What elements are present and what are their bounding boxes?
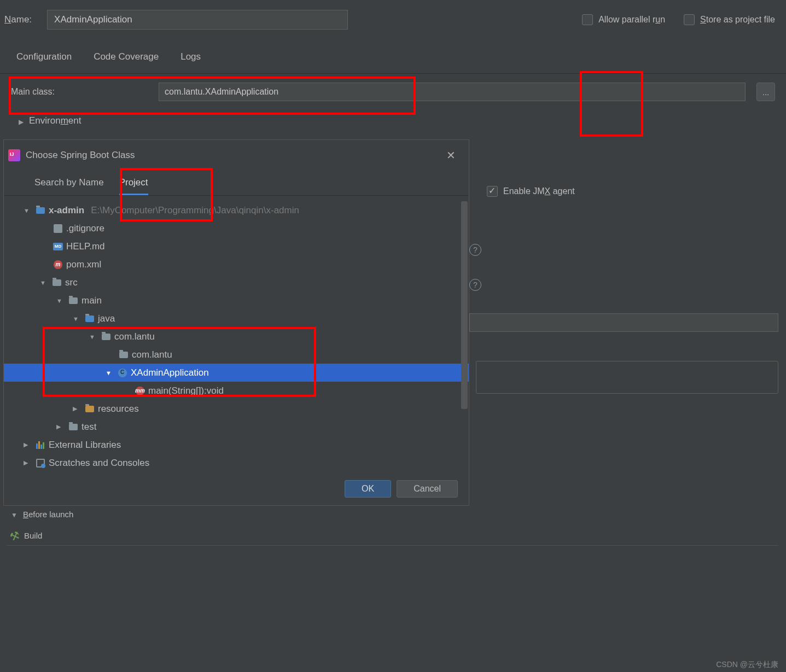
tree-item-package[interactable]: com.lantu [4, 346, 469, 364]
tree-item-resources[interactable]: ▶ resources [4, 400, 469, 418]
allow-parallel-label: Allow parallel run [598, 15, 665, 25]
before-launch-expander[interactable]: Before launch [11, 510, 73, 519]
tree-item-src[interactable]: ▼ src [4, 273, 469, 291]
tab-logs[interactable]: Logs [181, 51, 201, 67]
hammer-icon: ⚒ [8, 528, 21, 544]
checkbox-icon [487, 186, 498, 197]
store-as-project-file-checkbox[interactable]: Store as project file [684, 14, 775, 25]
tree-item-pom[interactable]: m pom.xml [4, 255, 469, 273]
before-launch-label: Before launch [23, 510, 74, 519]
enable-jmx-agent-checkbox[interactable]: Enable JMX agent [487, 186, 575, 197]
tab-configuration[interactable]: Configuration [16, 51, 72, 67]
enable-jmx-label: Enable JMX agent [503, 186, 575, 196]
tree-item-test[interactable]: ▶ test [4, 418, 469, 436]
tree-item-help-md[interactable]: MD HELP.md [4, 237, 469, 255]
cancel-button[interactable]: Cancel [397, 480, 458, 498]
build-label: Build [24, 531, 42, 540]
close-icon[interactable]: ✕ [444, 149, 458, 162]
main-class-label: Main class: [11, 87, 148, 97]
partial-box [476, 361, 778, 394]
watermark: CSDN @云兮杜康 [716, 660, 778, 670]
choose-spring-boot-class-dialog: Choose Spring Boot Class ✕ Search by Nam… [3, 139, 469, 506]
tree-item-java[interactable]: ▼ java [4, 309, 469, 328]
checkbox-icon [582, 14, 593, 25]
tree-root[interactable]: ▼ x-admin E:\MyComputer\Programming\Java… [4, 201, 469, 219]
tab-code-coverage[interactable]: Code Coverage [94, 51, 159, 67]
help-icon[interactable]: ? [469, 244, 481, 256]
checkbox-icon [684, 14, 695, 25]
partial-input[interactable] [469, 313, 778, 332]
ok-button[interactable]: OK [345, 480, 391, 498]
tree-item-main[interactable]: ▼ main [4, 291, 469, 309]
allow-parallel-run-checkbox[interactable]: Allow parallel run [582, 14, 665, 25]
name-input[interactable] [47, 10, 348, 30]
tree-item-xadminapplication[interactable]: ▼ XAdminApplication [4, 364, 469, 382]
store-as-project-label: Store as project file [700, 15, 775, 25]
help-icon[interactable]: ? [469, 279, 481, 291]
environment-label: Environment [29, 115, 81, 126]
name-label: Name: [4, 14, 32, 25]
tree-item-package[interactable]: ▼ com.lantu [4, 328, 469, 346]
scrollbar[interactable] [461, 201, 468, 472]
config-tabs: Configuration Code Coverage Logs [0, 30, 786, 74]
build-task-row[interactable]: ⚒ Build [7, 526, 778, 546]
tab-search-by-name[interactable]: Search by Name [34, 177, 104, 195]
intellij-icon [8, 149, 20, 161]
tab-project[interactable]: Project [119, 177, 148, 195]
dialog-title: Choose Spring Boot Class [26, 150, 439, 161]
chevron-down-icon [11, 510, 18, 519]
main-class-input[interactable] [159, 83, 746, 101]
tree-item-gitignore[interactable]: .gitignore [4, 219, 469, 237]
tree-item-external-libraries[interactable]: ▶ External Libraries [4, 436, 469, 454]
environment-expander[interactable]: Environment [0, 110, 786, 132]
chevron-right-icon [19, 116, 24, 126]
tree-item-scratches[interactable]: ▶ Scratches and Consoles [4, 454, 469, 472]
tree-item-main-method[interactable]: m main(String[]):void [4, 382, 469, 400]
browse-main-class-button[interactable]: ... [756, 83, 775, 101]
project-tree[interactable]: ▼ x-admin E:\MyComputer\Programming\Java… [4, 196, 469, 472]
